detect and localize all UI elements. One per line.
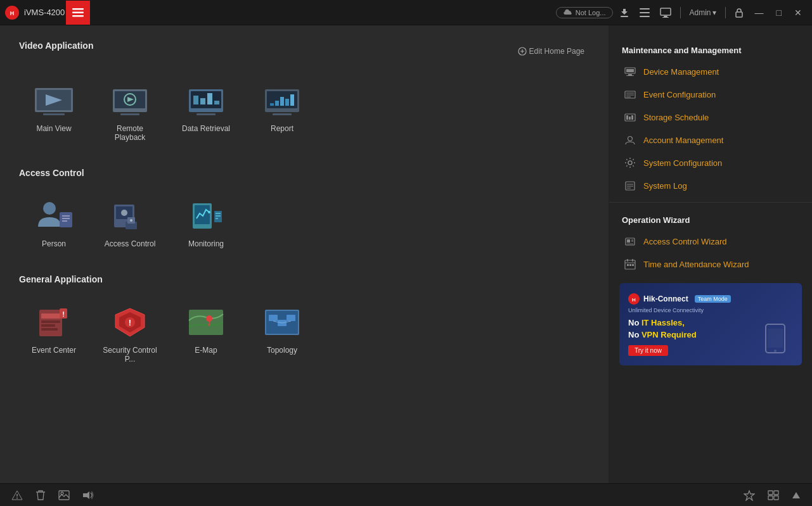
emap-label: E-Map xyxy=(195,346,217,355)
minimize-btn[interactable]: — xyxy=(750,6,769,19)
ad-banner[interactable]: H Hik-Connect Team Mode Unlimited Device… xyxy=(619,283,802,365)
topology-icon xyxy=(260,303,304,341)
main-view-item[interactable]: Main View xyxy=(19,75,89,148)
ad-logo: H Hik-Connect Team Mode xyxy=(628,293,793,305)
access-control-label: Access Control xyxy=(105,239,156,248)
event-center-label: Event Center xyxy=(32,346,76,355)
sidebar-divider xyxy=(609,202,812,203)
svg-rect-74 xyxy=(287,315,295,321)
access-control-wizard-label: Access Control Wizard xyxy=(643,237,726,246)
svg-rect-6 xyxy=(640,8,650,9)
ad-no2: No xyxy=(628,330,641,339)
titlebar-left: H iVMS-4200 xyxy=(5,6,65,20)
account-management-item[interactable]: Account Management xyxy=(609,129,812,151)
svg-point-51 xyxy=(208,211,210,213)
svg-rect-88 xyxy=(631,115,633,120)
svg-rect-3 xyxy=(72,11,84,13)
system-log-icon xyxy=(624,180,636,191)
lock-btn[interactable] xyxy=(731,6,747,19)
ad-try-btn[interactable]: Try it now xyxy=(628,345,668,356)
svg-rect-28 xyxy=(214,101,219,104)
report-icon xyxy=(260,81,304,119)
svg-point-38 xyxy=(43,202,56,215)
svg-rect-52 xyxy=(214,211,222,222)
device-management-icon xyxy=(624,66,636,77)
access-control-section: Access Control Person xyxy=(19,167,590,255)
security-control-icon: ! xyxy=(108,303,152,341)
access-control-wizard-item[interactable]: Access Control Wizard xyxy=(609,230,812,253)
time-attendance-wizard-item[interactable]: Time and Attendance Wizard xyxy=(609,253,812,275)
storage-schedule-label: Storage Schedule xyxy=(643,113,709,122)
svg-rect-22 xyxy=(120,113,139,115)
svg-rect-119 xyxy=(768,491,773,495)
admin-button[interactable]: Admin ▾ xyxy=(686,7,720,18)
security-control-label: Security Control P... xyxy=(100,346,160,364)
svg-rect-12 xyxy=(736,12,742,17)
svg-point-89 xyxy=(628,136,633,141)
ad-subtitle: Unlimited Device Connectivity xyxy=(628,307,793,313)
report-item[interactable]: Report xyxy=(247,75,317,148)
scroll-up-btn[interactable] xyxy=(788,488,804,502)
cloud-button[interactable]: Not Log... xyxy=(556,7,613,18)
red-menu-btn[interactable] xyxy=(66,1,90,25)
svg-rect-7 xyxy=(640,12,650,13)
svg-rect-17 xyxy=(43,113,65,115)
svg-point-48 xyxy=(130,219,132,222)
person-icon xyxy=(32,196,76,234)
svg-rect-9 xyxy=(661,8,671,15)
svg-rect-2 xyxy=(72,8,84,10)
svg-rect-59 xyxy=(41,324,55,327)
star-btn[interactable] xyxy=(740,487,759,503)
device-management-item[interactable]: Device Management xyxy=(609,60,812,83)
svg-rect-79 xyxy=(628,74,632,75)
ad-badge: Team Mode xyxy=(695,295,731,303)
download-btn[interactable] xyxy=(615,6,633,19)
system-log-item[interactable]: System Log xyxy=(609,174,812,197)
ad-brand: Hik-Connect xyxy=(643,294,688,303)
time-attendance-wizard-icon xyxy=(624,258,636,270)
person-label: Person xyxy=(42,239,66,248)
general-application-section: General Application ! xyxy=(19,274,590,370)
event-configuration-item[interactable]: Event Configuration xyxy=(609,83,812,106)
data-retrieval-item[interactable]: Data Retrieval xyxy=(171,75,241,148)
taskbar-sound-btn[interactable] xyxy=(79,488,98,503)
main-view-icon xyxy=(32,81,76,119)
svg-rect-105 xyxy=(629,264,631,266)
remote-playback-label: Remote Playback xyxy=(100,124,160,142)
svg-rect-10 xyxy=(664,16,667,17)
emap-item[interactable]: E-Map xyxy=(171,296,241,370)
monitoring-icon xyxy=(184,196,228,234)
taskbar-alert-btn[interactable] xyxy=(8,487,27,503)
svg-rect-35 xyxy=(285,99,289,106)
taskbar-delete-btn[interactable] xyxy=(32,487,49,503)
access-control-item[interactable]: Access Control xyxy=(95,190,165,255)
person-item[interactable]: Person xyxy=(19,190,89,255)
svg-rect-58 xyxy=(41,320,60,323)
hik-logo-circle: H xyxy=(628,293,640,305)
svg-rect-121 xyxy=(768,496,773,500)
access-control-wizard-icon xyxy=(624,236,636,247)
split-btn[interactable] xyxy=(764,488,783,503)
account-management-icon xyxy=(624,134,636,146)
storage-schedule-item[interactable]: Storage Schedule xyxy=(609,106,812,129)
svg-point-114 xyxy=(16,497,18,498)
svg-rect-37 xyxy=(273,113,292,115)
svg-point-69 xyxy=(208,324,210,326)
system-configuration-item[interactable]: System Configuration xyxy=(609,151,812,174)
close-btn[interactable]: ✕ xyxy=(789,6,807,19)
svg-rect-39 xyxy=(60,212,72,227)
topology-item[interactable]: Topology xyxy=(247,296,317,370)
svg-text:H: H xyxy=(10,10,15,16)
security-control-item[interactable]: ! Security Control P... xyxy=(95,296,165,370)
monitoring-item[interactable]: Monitoring xyxy=(171,190,241,255)
taskbar-right xyxy=(596,483,812,506)
maximize-btn[interactable]: □ xyxy=(771,6,787,19)
svg-rect-80 xyxy=(626,75,634,76)
list-btn[interactable] xyxy=(636,7,654,18)
monitor-btn[interactable] xyxy=(656,6,675,19)
event-center-item[interactable]: ! Event Center xyxy=(19,296,89,370)
remote-playback-item[interactable]: Remote Playback xyxy=(95,75,165,148)
edit-home-btn[interactable]: Edit Home Page xyxy=(513,46,590,57)
svg-rect-11 xyxy=(662,17,669,18)
taskbar-image-btn[interactable] xyxy=(55,488,74,503)
